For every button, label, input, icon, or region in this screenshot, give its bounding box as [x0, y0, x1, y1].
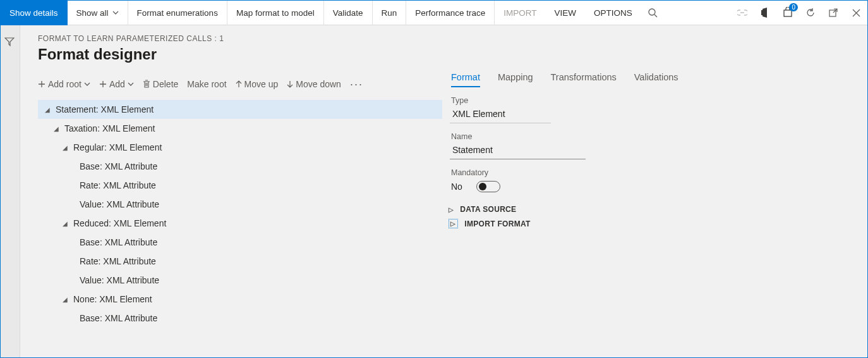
name-input[interactable]	[450, 141, 586, 159]
menu-show-all-label: Show all	[76, 8, 109, 18]
tree-node-label: Value: XML Attribute	[77, 275, 159, 285]
triangle-right-icon: ▷	[449, 206, 454, 213]
tree-node-reduced[interactable]: ◢ Reduced: XML Element	[38, 214, 442, 233]
format-tree: ◢ Statement: XML Element ◢ Taxation: XML…	[38, 100, 442, 328]
tab-format[interactable]: Format	[451, 72, 480, 87]
move-down-button[interactable]: Move down	[287, 79, 341, 89]
close-button[interactable]	[845, 1, 867, 25]
tree-node-label: Regular: XML Element	[71, 142, 162, 152]
filter-button[interactable]	[4, 37, 16, 48]
menu-show-details[interactable]: Show details	[1, 1, 68, 25]
delete-button[interactable]: Delete	[143, 79, 178, 89]
tree-node-reduced-base[interactable]: Base: XML Attribute	[38, 233, 442, 252]
add-label: Add	[109, 79, 125, 89]
tree-node-none-base[interactable]: Base: XML Attribute	[38, 309, 442, 328]
arrow-up-icon	[236, 80, 242, 88]
section-data-source-label: DATA SOURCE	[460, 205, 516, 214]
chevron-down-icon	[128, 82, 134, 86]
tree-node-regular-rate[interactable]: Rate: XML Attribute	[38, 176, 442, 195]
menu-import[interactable]: IMPORT	[495, 1, 545, 25]
type-label: Type	[451, 96, 867, 105]
breadcrumb: FORMAT TO LEARN PARAMETERIZED CALLS : 1	[38, 34, 867, 43]
tree-node-reduced-value[interactable]: Value: XML Attribute	[38, 271, 442, 290]
tree-node-label: Taxation: XML Element	[62, 123, 155, 133]
name-label: Name	[451, 132, 867, 141]
search-button[interactable]	[641, 1, 664, 25]
tree-node-reduced-rate[interactable]: Rate: XML Attribute	[38, 252, 442, 271]
tree-node-label: Value: XML Attribute	[77, 199, 159, 209]
left-rail	[1, 25, 20, 358]
search-icon	[648, 8, 658, 18]
refresh-button[interactable]	[799, 1, 822, 25]
top-menu-bar: Show details Show all Format enumeration…	[1, 1, 867, 25]
link-button[interactable]	[731, 1, 754, 25]
notifications-count: 0	[789, 3, 798, 11]
tree-node-regular-value[interactable]: Value: XML Attribute	[38, 195, 442, 214]
refresh-icon	[805, 8, 816, 18]
move-up-button[interactable]: Move up	[236, 79, 279, 89]
expand-icon[interactable]: ◢	[51, 125, 62, 132]
expand-icon[interactable]: ◢	[59, 296, 71, 303]
section-import-format[interactable]: ▷ IMPORT FORMAT	[449, 219, 867, 228]
tree-node-regular-base[interactable]: Base: XML Attribute	[38, 157, 442, 176]
menu-performance-trace[interactable]: Performance trace	[406, 1, 495, 25]
menu-options[interactable]: OPTIONS	[585, 1, 641, 25]
chevron-down-icon	[112, 11, 119, 15]
filter-icon	[4, 37, 15, 47]
tab-validations[interactable]: Validations	[634, 72, 678, 87]
plus-icon	[99, 80, 107, 88]
close-icon	[852, 9, 860, 17]
move-down-label: Move down	[296, 79, 341, 89]
tree-node-label: Rate: XML Attribute	[77, 256, 156, 266]
triangle-right-icon: ▷	[449, 219, 458, 228]
link-icon	[737, 9, 747, 16]
plus-icon	[38, 80, 45, 88]
menu-validate[interactable]: Validate	[324, 1, 373, 25]
popout-button[interactable]	[822, 1, 845, 25]
expand-icon[interactable]: ◢	[42, 106, 53, 113]
tab-transformations[interactable]: Transformations	[551, 72, 617, 87]
page-title: Format designer	[38, 46, 867, 63]
tree-node-label: Base: XML Attribute	[77, 313, 157, 323]
tree-node-label: Rate: XML Attribute	[77, 180, 156, 190]
chevron-down-icon	[84, 82, 90, 86]
menu-map-format-to-model[interactable]: Map format to model	[227, 1, 324, 25]
svg-line-1	[654, 15, 657, 17]
add-root-label: Add root	[48, 79, 81, 89]
menu-run[interactable]: Run	[373, 1, 407, 25]
tree-node-label: None: XML Element	[71, 294, 152, 304]
more-button[interactable]: ···	[350, 78, 363, 91]
move-up-label: Move up	[244, 79, 279, 89]
tree-node-regular[interactable]: ◢ Regular: XML Element	[38, 138, 442, 157]
menu-show-all[interactable]: Show all	[68, 1, 128, 25]
office-button[interactable]	[754, 1, 776, 25]
section-import-format-label: IMPORT FORMAT	[464, 219, 530, 228]
add-button[interactable]: Add	[99, 79, 134, 89]
delete-label: Delete	[153, 79, 178, 89]
arrow-down-icon	[287, 80, 293, 88]
menu-view[interactable]: VIEW	[546, 1, 586, 25]
make-root-button[interactable]: Make root	[187, 79, 226, 89]
expand-icon[interactable]: ◢	[59, 144, 71, 151]
tree-node-none[interactable]: ◢ None: XML Element	[38, 290, 442, 309]
mandatory-label: Mandatory	[451, 168, 867, 177]
tree-node-taxation[interactable]: ◢ Taxation: XML Element	[38, 119, 442, 138]
type-value: XML Element	[450, 105, 551, 123]
mandatory-value: No	[451, 182, 462, 192]
tree-node-label: Statement: XML Element	[53, 104, 154, 114]
section-data-source[interactable]: ▷ DATA SOURCE	[449, 205, 867, 214]
trash-icon	[143, 80, 150, 89]
expand-icon[interactable]: ◢	[59, 220, 71, 227]
svg-rect-2	[784, 10, 792, 16]
tree-node-statement[interactable]: ◢ Statement: XML Element	[38, 100, 442, 119]
notifications-button[interactable]: 0	[776, 1, 799, 25]
add-root-button[interactable]: Add root	[38, 79, 90, 89]
menu-format-enumerations[interactable]: Format enumerations	[128, 1, 227, 25]
popout-icon	[829, 8, 838, 17]
tree-node-label: Base: XML Attribute	[77, 161, 157, 171]
tab-mapping[interactable]: Mapping	[498, 72, 533, 87]
office-icon	[760, 8, 770, 18]
mandatory-toggle[interactable]	[476, 181, 500, 192]
detail-tabs: Format Mapping Transformations Validatio…	[451, 72, 867, 87]
tree-toolbar: Add root Add Delete Make root	[38, 72, 442, 96]
